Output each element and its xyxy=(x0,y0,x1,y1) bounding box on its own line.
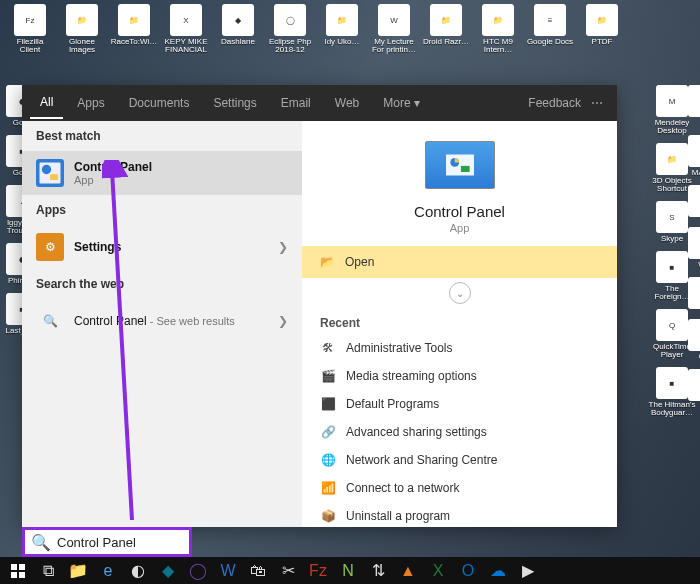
taskbar-app-store[interactable]: 🛍 xyxy=(244,559,272,583)
desktop-icons-top: FzFilezilla Client📁Gionee Images📁RaceTo:… xyxy=(0,0,700,58)
desktop-icon-label: HTC M9 Intern… xyxy=(474,38,522,54)
app-icon: 📁 xyxy=(688,319,700,351)
search-icon: 🔍 xyxy=(31,533,51,552)
taskbar-app-excel[interactable]: X xyxy=(424,559,452,583)
desktop-icon[interactable] xyxy=(680,185,700,219)
taskbar-app-notepadpp[interactable]: N xyxy=(334,559,362,583)
result-title: Control Panel xyxy=(74,160,288,174)
taskbar-app-edge[interactable]: e xyxy=(94,559,122,583)
app-icon: 📁 xyxy=(118,4,150,36)
tab-all[interactable]: All xyxy=(30,87,63,119)
recent-item-label: Administrative Tools xyxy=(346,341,453,355)
app-icon: ◆ xyxy=(222,4,254,36)
taskbar-app-outlook[interactable]: O xyxy=(454,559,482,583)
recent-item-label: Advanced sharing settings xyxy=(346,425,487,439)
recent-item-label: Connect to a network xyxy=(346,481,459,495)
tab-more[interactable]: More ▾ xyxy=(373,88,430,118)
desktop-icon[interactable]: WMy Lecture For printin… xyxy=(370,4,418,54)
app-icon: ■ xyxy=(688,227,700,259)
desktop-icon[interactable]: 📁Gionee Images xyxy=(58,4,106,54)
svg-rect-8 xyxy=(19,564,25,570)
desktop-icon[interactable]: 📁Droid Razr… xyxy=(422,4,470,54)
desktop-icon-label: Dashlane xyxy=(221,38,255,46)
taskbar-app-snip[interactable]: ✂ xyxy=(274,559,302,583)
tab-web[interactable]: Web xyxy=(325,88,369,118)
desktop-icon[interactable]: 📁Ga xyxy=(680,319,700,361)
recent-item[interactable]: 🔗Advanced sharing settings xyxy=(302,418,617,446)
feedback-link[interactable]: Feedback xyxy=(528,96,581,110)
desktop-icon[interactable] xyxy=(680,277,700,311)
svg-rect-0 xyxy=(40,163,61,184)
taskbar-search-box[interactable]: 🔍 xyxy=(22,527,192,557)
tab-settings[interactable]: Settings xyxy=(203,88,266,118)
expand-button[interactable]: ⌄ xyxy=(449,282,471,304)
tab-email[interactable]: Email xyxy=(271,88,321,118)
open-action[interactable]: 📂 Open xyxy=(302,246,617,278)
section-search-web: Search the web xyxy=(22,269,302,299)
control-panel-large-icon xyxy=(425,141,495,189)
desktop-icon[interactable]: 📁PTDF xyxy=(578,4,626,54)
start-search-panel: All Apps Documents Settings Email Web Mo… xyxy=(22,85,617,527)
desktop-icon-label: Gionee Images xyxy=(58,38,106,54)
recent-item[interactable]: 🌐Network and Sharing Centre xyxy=(302,446,617,474)
recent-item[interactable]: 📶Connect to a network xyxy=(302,474,617,502)
recent-item[interactable]: ⬛Default Programs xyxy=(302,390,617,418)
taskbar-app-chrome[interactable]: ◐ xyxy=(124,559,152,583)
taskbar-app-filezilla[interactable]: Fz xyxy=(304,559,332,583)
preview-title: Control Panel xyxy=(414,203,505,220)
app-icon: 📁 xyxy=(482,4,514,36)
open-icon: 📂 xyxy=(320,255,335,269)
taskbar-app-vlc[interactable]: ▲ xyxy=(394,559,422,583)
tab-documents[interactable]: Documents xyxy=(119,88,200,118)
svg-rect-3 xyxy=(446,155,474,176)
result-control-panel[interactable]: Control Panel App xyxy=(22,151,302,195)
desktop-icon[interactable] xyxy=(680,369,700,403)
result-web-control-panel[interactable]: 🔍 Control Panel - See web results ❯ xyxy=(22,299,302,343)
app-icon: X xyxy=(170,4,202,36)
svg-point-1 xyxy=(42,165,51,174)
search-input[interactable] xyxy=(57,535,225,550)
desktop-icon[interactable]: KK xyxy=(680,85,700,127)
desktop-icon[interactable]: ◯Eclipse Php 2018-12 xyxy=(266,4,314,54)
taskbar-app-video[interactable]: ▶ xyxy=(514,559,542,583)
recent-item[interactable]: 🛠Administrative Tools xyxy=(302,334,617,362)
recent-item[interactable]: 🎬Media streaming options xyxy=(302,362,617,390)
chevron-right-icon: ❯ xyxy=(278,240,288,254)
task-view-button[interactable]: ⧉ xyxy=(34,559,62,583)
desktop-icon[interactable]: XKEPY MIKE FINANCIAL… xyxy=(162,4,210,54)
taskbar-app-onedrive[interactable]: ☁ xyxy=(484,559,512,583)
taskbar-app-winscp[interactable]: ⇅ xyxy=(364,559,392,583)
desktop-icon-label: PTDF xyxy=(592,38,613,46)
desktop-icons-right-partial: KKmMATH.■Wa📁Ga xyxy=(680,85,700,403)
taskbar-app-word[interactable]: W xyxy=(214,559,242,583)
recent-item[interactable]: 📦Uninstall a program xyxy=(302,502,617,527)
desktop-icon-label: Droid Razr… xyxy=(423,38,469,46)
desktop-icon[interactable]: ≡Google Docs xyxy=(526,4,574,54)
recent-item-label: Default Programs xyxy=(346,397,439,411)
taskbar-app-dashlane[interactable]: ◆ xyxy=(154,559,182,583)
app-icon: K xyxy=(688,85,700,117)
preview-type: App xyxy=(450,222,470,234)
taskbar-app-explorer[interactable]: 📁 xyxy=(64,559,92,583)
overflow-menu-icon[interactable]: ⋯ xyxy=(585,94,609,112)
result-title: Control Panel xyxy=(74,314,147,328)
result-subtitle: App xyxy=(74,174,288,186)
tab-apps[interactable]: Apps xyxy=(67,88,114,118)
desktop-icon[interactable]: ◆Dashlane xyxy=(214,4,262,54)
results-list: Best match Control Panel App Apps ⚙ Sett… xyxy=(22,121,302,527)
open-label: Open xyxy=(345,255,374,269)
desktop-icon[interactable]: 📁Idy Uko… xyxy=(318,4,366,54)
result-settings[interactable]: ⚙ Settings ❯ xyxy=(22,225,302,269)
desktop-icon[interactable]: mMATH. xyxy=(680,135,700,177)
desktop-icon[interactable]: FzFilezilla Client xyxy=(6,4,54,54)
app-icon: m xyxy=(688,135,700,167)
app-icon xyxy=(688,277,700,309)
taskbar-app-eclipse[interactable]: ◯ xyxy=(184,559,212,583)
start-button[interactable] xyxy=(4,559,32,583)
svg-rect-9 xyxy=(11,572,17,578)
app-icon: ◯ xyxy=(274,4,306,36)
desktop-icon[interactable]: ■Wa xyxy=(680,227,700,269)
chevron-right-icon: ❯ xyxy=(278,314,288,328)
desktop-icon[interactable]: 📁HTC M9 Intern… xyxy=(474,4,522,54)
desktop-icon[interactable]: 📁RaceTo:Wi… xyxy=(110,4,158,54)
